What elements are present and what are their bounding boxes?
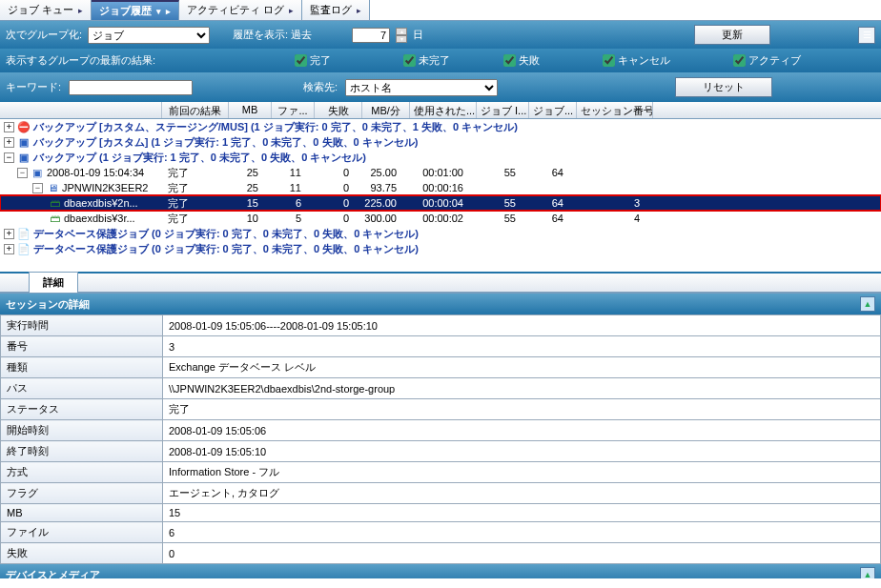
expand-icon[interactable]: + [4, 137, 14, 148]
days-input[interactable] [352, 28, 390, 43]
label-number: 番号 [1, 336, 163, 357]
label-file: ファイル [1, 522, 163, 543]
table-row-selected[interactable]: 🗃dbaexdbis¥2n... 完了 15 6 0 225.00 00:00:… [0, 195, 881, 211]
label-flag: フラグ [1, 483, 163, 504]
value-path: \\JPNWIN2K3EER2\dbaexdbis\2nd-storge-gro… [163, 378, 881, 399]
options-icon[interactable]: ☰ [858, 27, 875, 44]
menu-arrow-icon: ▸ [78, 6, 83, 15]
value-mb: 15 [163, 504, 881, 522]
doc-icon: 📄 [17, 242, 31, 255]
collapse-icon[interactable]: − [17, 168, 28, 178]
chk-done[interactable]: 完了 [295, 53, 331, 68]
db-icon: 🗃 [48, 212, 61, 225]
label-type: 種類 [1, 357, 163, 378]
expand-icon[interactable]: + [4, 244, 14, 254]
collapse-icon[interactable]: − [4, 152, 14, 163]
job-error-icon: ⛔ [17, 120, 31, 133]
tab-activity-log[interactable]: アクティビティ ログ▸ [179, 0, 302, 20]
label-end: 終了時刻 [1, 441, 163, 462]
col-prevresult[interactable]: 前回の結果 [162, 102, 229, 118]
menu-arrow-icon: ▸ [289, 6, 294, 15]
session-details-table: 実行時間2008-01-09 15:05:06----2008-01-09 15… [0, 314, 881, 564]
table-row[interactable]: −🖥JPNWIN2K3EER2 完了 25 11 0 93.75 00:00:1… [0, 180, 881, 195]
section-session-details: セッションの詳細 ▲ [0, 294, 881, 314]
doc-icon: 📄 [17, 227, 31, 240]
col-fail[interactable]: 失敗 [315, 102, 362, 118]
keyword-input[interactable] [69, 80, 193, 95]
tab-audit-log[interactable]: 監査ログ▸ [302, 0, 370, 20]
value-exectime: 2008-01-09 15:05:06----2008-01-09 15:05:… [163, 315, 881, 336]
options-label: 表示するグループの最新の結果: [6, 53, 155, 68]
days-spinner[interactable]: ▴▾ [396, 28, 407, 43]
value-type: Exchange データベース レベル [163, 357, 881, 378]
run-icon: ▣ [31, 166, 44, 179]
value-flag: エージェント, カタログ [163, 483, 881, 504]
update-button[interactable]: 更新 [694, 25, 770, 45]
section-device-media: デバイスとメディア ▲ [0, 564, 881, 578]
label-fail: 失敗 [1, 543, 163, 564]
menu-arrow-icon: ▸ [166, 7, 171, 16]
keyword-bar: キーワード: 検索先: ホスト名 リセット [0, 72, 881, 102]
detail-tab-strip: 詳細 [0, 272, 881, 293]
tab-details[interactable]: 詳細 [29, 272, 78, 293]
tab-job-history[interactable]: ジョブ履歴▾▸ [92, 0, 179, 20]
col-session[interactable]: セッション番号 [577, 102, 653, 118]
options-bar: 表示するグループの最新の結果: 完了 未完了 失敗 キャンセル アクティブ [0, 49, 881, 72]
group-row[interactable]: + 📄 データベース保護ジョブ (0 ジョブ実行: 0 完了、0 未完了、0 失… [0, 226, 881, 241]
groupby-select[interactable]: ジョブ [88, 27, 210, 44]
expand-icon[interactable]: + [4, 122, 14, 132]
group-row[interactable]: + ▣ バックアップ [カスタム] (1 ジョブ実行: 1 完了、0 未完了、0… [0, 134, 881, 150]
table-row[interactable]: 🗃dbaexdbis¥3r... 完了 10 5 0 300.00 00:00:… [0, 211, 881, 226]
table-row[interactable]: −▣2008-01-09 15:04:34 完了 25 11 0 25.00 0… [0, 165, 881, 180]
col-used[interactable]: 使用された... [410, 102, 477, 118]
filter-bar: 次でグループ化: ジョブ 履歴を表示: 過去 ▴▾ 日 更新 ☰ [0, 21, 881, 49]
value-fail: 0 [163, 543, 881, 564]
groupby-label: 次でグループ化: [6, 28, 82, 42]
chk-cancel[interactable]: キャンセル [603, 53, 670, 68]
top-tab-strip: ジョブ キュー▸ ジョブ履歴▾▸ アクティビティ ログ▸ 監査ログ▸ [0, 0, 881, 21]
col-fa[interactable]: ファ... [272, 102, 315, 118]
col-jobid[interactable]: ジョブ I... [477, 102, 529, 118]
collapse-section-icon[interactable]: ▲ [860, 296, 875, 312]
label-start: 開始時刻 [1, 420, 163, 441]
collapse-icon[interactable]: − [32, 183, 43, 193]
label-exectime: 実行時間 [1, 315, 163, 336]
group-row[interactable]: + ⛔ バックアップ [カスタム、ステージング/MUS] (1 ジョブ実行: 0… [0, 119, 881, 134]
dropdown-arrow-icon[interactable]: ▾ [156, 7, 161, 16]
job-icon: ▣ [17, 135, 31, 149]
col-jobnum[interactable]: ジョブ... [529, 102, 577, 118]
tab-job-queue[interactable]: ジョブ キュー▸ [0, 0, 92, 20]
col-name[interactable] [0, 102, 162, 118]
chk-failed[interactable]: 失敗 [503, 53, 540, 68]
label-mb: MB [1, 504, 163, 522]
value-method: Information Store - フル [163, 462, 881, 483]
group-row[interactable]: + 📄 データベース保護ジョブ (0 ジョブ実行: 0 完了、0 未完了、0 失… [0, 241, 881, 256]
col-mb[interactable]: MB [229, 102, 272, 118]
value-status: 完了 [163, 399, 881, 420]
value-start: 2008-01-09 15:05:06 [163, 420, 881, 441]
col-mbmin[interactable]: MB/分 [362, 102, 410, 118]
value-number: 3 [163, 336, 881, 357]
label-status: ステータス [1, 399, 163, 420]
value-file: 6 [163, 522, 881, 543]
detail-scroll[interactable]: セッションの詳細 ▲ 実行時間2008-01-09 15:05:06----20… [0, 293, 881, 578]
reset-button[interactable]: リセット [675, 77, 772, 97]
showhistory-label: 履歴を表示: 過去 [233, 28, 312, 42]
days-unit: 日 [413, 28, 423, 42]
host-icon: 🖥 [46, 181, 59, 194]
job-icon: ▣ [17, 151, 31, 164]
searchin-label: 検索先: [303, 80, 338, 94]
db-icon: 🗃 [48, 196, 61, 210]
searchin-select[interactable]: ホスト名 [345, 79, 498, 96]
chk-incomplete[interactable]: 未完了 [403, 53, 450, 68]
label-method: 方式 [1, 462, 163, 483]
label-path: パス [1, 378, 163, 399]
collapse-section-icon[interactable]: ▲ [860, 567, 875, 578]
group-row[interactable]: − ▣ バックアップ (1 ジョブ実行: 1 完了、0 未完了、0 失敗、0 キ… [0, 150, 881, 165]
chk-active[interactable]: アクティブ [733, 53, 801, 68]
menu-arrow-icon: ▸ [357, 6, 361, 15]
value-end: 2008-01-09 15:05:10 [163, 441, 881, 462]
expand-icon[interactable]: + [4, 229, 14, 239]
tree-grid[interactable]: + ⛔ バックアップ [カスタム、ステージング/MUS] (1 ジョブ実行: 0… [0, 119, 881, 272]
column-headers: 前回の結果 MB ファ... 失敗 MB/分 使用された... ジョブ I...… [0, 102, 881, 119]
